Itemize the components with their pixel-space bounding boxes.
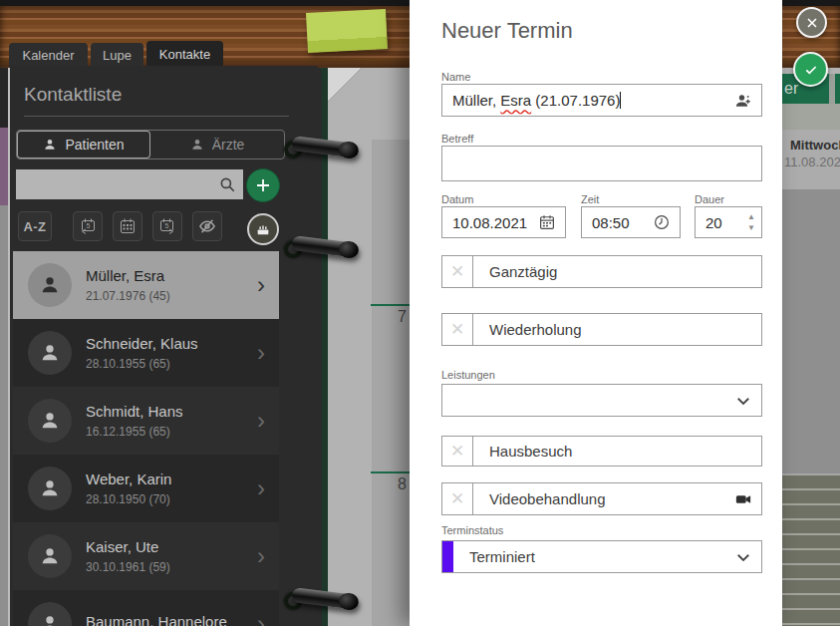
birthday-button[interactable] [247, 213, 279, 245]
ganztaegig-field[interactable]: ✕ Ganztägig [441, 255, 762, 288]
dialog-title: Neuer Termin [441, 18, 573, 44]
contact-birth: 28.10.1955 (65) [86, 357, 198, 371]
calendar-month-button[interactable] [113, 211, 142, 241]
clock-icon[interactable] [653, 213, 671, 231]
contact-name: Schmidt, Hans [86, 403, 183, 420]
app-screen: 7 8 er Mittwoch 11.08.2021 Kalender Lupe… [0, 0, 840, 626]
clear-x-icon[interactable]: ✕ [442, 256, 473, 287]
terminstatus-label: Terminstatus [441, 524, 503, 536]
segment-patienten[interactable]: Patienten [17, 131, 150, 158]
avatar [28, 331, 72, 375]
calendar-icon[interactable] [538, 213, 556, 231]
wiederholung-label: Wiederholung [489, 321, 582, 338]
chevron-right-icon[interactable]: › [257, 341, 265, 365]
leistungen-label: Leistungen [441, 369, 495, 381]
contact-name: Weber, Karin [86, 470, 171, 487]
calendar-back-button[interactable]: 5 [73, 211, 103, 241]
az-label: A-Z [23, 219, 46, 234]
contact-row-mueller[interactable]: Müller, Esra 21.07.1976 (45) › [13, 251, 279, 319]
clear-x-icon[interactable]: ✕ [442, 483, 473, 514]
doctor-icon [190, 138, 204, 152]
sort-az-button[interactable]: A-Z [18, 211, 52, 241]
chevron-down-icon[interactable] [734, 392, 752, 410]
chevron-right-icon[interactable]: › [257, 544, 265, 568]
page-fold-corner [328, 68, 362, 102]
clear-x-icon[interactable]: ✕ [442, 314, 473, 345]
segment-aerzte[interactable]: Ärzte [150, 131, 284, 158]
hour-label-7: 7 [371, 308, 407, 326]
add-contact-button[interactable] [246, 168, 280, 202]
betreff-field[interactable] [441, 146, 762, 181]
patient-icon [43, 138, 57, 152]
avatar [28, 602, 72, 626]
tab-lupe-label: Lupe [103, 48, 132, 63]
segment-patienten-label: Patienten [65, 137, 124, 153]
zeit-field[interactable]: 08:50 [581, 206, 681, 238]
leistungen-select[interactable] [441, 384, 762, 417]
avatar [28, 263, 72, 307]
day-column-body [782, 189, 840, 473]
chevron-right-icon[interactable]: › [257, 409, 265, 433]
hausbesuch-field[interactable]: ✕ Hausbesuch [441, 436, 762, 467]
calendar-forward-button[interactable]: 5 [152, 211, 182, 241]
person-icon [39, 613, 61, 626]
tab-kalender[interactable]: Kalender [9, 43, 88, 68]
column-header-spacer [782, 104, 840, 130]
eye-off-icon [197, 216, 217, 236]
contact-name: Baumann, Hannelore [86, 613, 227, 626]
column-tab-label: er [784, 80, 798, 98]
person-add-icon[interactable] [734, 92, 752, 110]
wiederholung-field[interactable]: ✕ Wiederholung [441, 313, 762, 346]
name-field[interactable]: Müller, Esra (21.07.1976) [441, 84, 762, 117]
binder-ring [284, 134, 362, 167]
day-column-header: Mittwoch 11.08.2021 [782, 130, 840, 189]
step-up-icon[interactable]: ▲ [747, 213, 755, 221]
zeit-value: 08:50 [592, 214, 630, 231]
videobehandlung-field[interactable]: ✕ Videobehandlung [441, 482, 762, 515]
datum-field[interactable]: 10.08.2021 [441, 206, 566, 238]
close-dialog-button[interactable] [796, 7, 827, 38]
dauer-label: Dauer [695, 193, 724, 205]
contact-row-kaiser[interactable]: Kaiser, Ute 30.10.1961 (59) › [13, 522, 279, 590]
datum-value: 10.08.2021 [452, 214, 527, 231]
clear-x-icon[interactable]: ✕ [442, 437, 473, 466]
terminstatus-value: Terminiert [469, 548, 535, 565]
dauer-stepper[interactable]: ▲▼ [747, 213, 755, 232]
dauer-field[interactable]: 20 ▲▼ [695, 206, 762, 238]
search-input[interactable] [16, 169, 218, 199]
step-down-icon[interactable]: ▼ [747, 224, 755, 232]
contact-birth: 30.10.1961 (59) [86, 560, 170, 574]
datum-label: Datum [441, 193, 473, 205]
calendar-month-icon [118, 216, 138, 236]
contact-row-baumann[interactable]: Baumann, Hannelore › [13, 590, 279, 626]
title-divider [24, 116, 289, 117]
avatar [28, 467, 72, 510]
chevron-right-icon[interactable]: › [257, 273, 265, 297]
contact-row-schmidt[interactable]: Schmidt, Hans 16.12.1955 (65) › [13, 387, 279, 455]
name-value: Müller, Esra (21.07.1976) [452, 92, 620, 109]
person-icon [39, 274, 61, 296]
contact-sidebar: Kontaktliste Patienten Ärzte A-Z 5 [10, 66, 322, 626]
day-date: 11.08.2021 [784, 155, 840, 169]
book-cover-edge [0, 68, 8, 626]
chevron-right-icon[interactable]: › [257, 612, 265, 626]
confirm-dialog-button[interactable] [793, 52, 828, 87]
binder-ring [284, 585, 362, 619]
chevron-down-icon[interactable] [734, 548, 752, 566]
terminstatus-select[interactable]: Terminiert [441, 540, 762, 573]
birthday-cake-icon [255, 221, 271, 237]
hide-contacts-button[interactable] [192, 211, 222, 241]
person-icon [39, 342, 61, 364]
contact-name: Kaiser, Ute [86, 538, 170, 555]
tab-lupe[interactable]: Lupe [91, 43, 143, 68]
tab-kontakte[interactable]: Kontakte [146, 41, 223, 68]
contact-row-weber[interactable]: Weber, Karin 28.10.1950 (70) › [13, 455, 279, 522]
contact-row-schneider[interactable]: Schneider, Klaus 28.10.1955 (65) › [13, 319, 279, 387]
time-slot-rows[interactable] [782, 475, 840, 626]
svg-text:5: 5 [87, 222, 91, 229]
hour-label-8: 8 [371, 475, 407, 493]
chevron-right-icon[interactable]: › [257, 476, 265, 500]
ganztaegig-label: Ganztägig [489, 263, 557, 280]
segment-aerzte-label: Ärzte [212, 137, 245, 153]
calendar-forward-5-icon: 5 [157, 216, 177, 236]
